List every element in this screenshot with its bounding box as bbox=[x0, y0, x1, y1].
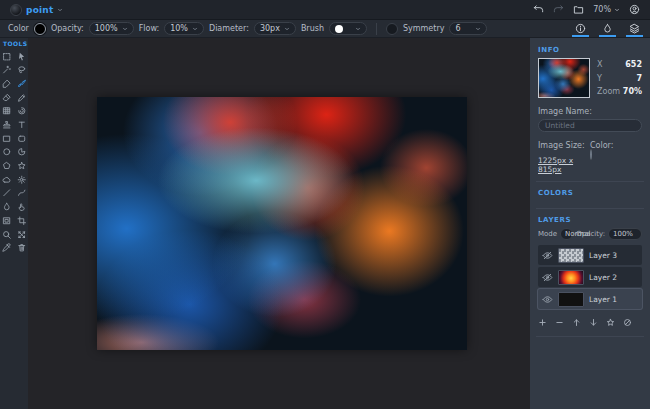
colors-panel-toggle[interactable] bbox=[600, 20, 615, 37]
move-layer-down-button[interactable] bbox=[589, 318, 598, 327]
info-panel-toggle[interactable] bbox=[573, 20, 588, 37]
image-name-input[interactable]: Untitled bbox=[538, 119, 642, 132]
layer-name: Layer 1 bbox=[589, 295, 617, 304]
lasso-tool[interactable] bbox=[16, 64, 28, 77]
magic-wand-tool[interactable] bbox=[1, 64, 13, 77]
layer-row-1[interactable]: Layer 1 bbox=[538, 289, 642, 309]
panel-divider bbox=[536, 208, 644, 209]
symmetry-preview-icon[interactable] bbox=[386, 23, 398, 35]
user-icon bbox=[629, 4, 640, 15]
layer-opacity-dropdown[interactable]: 100% bbox=[608, 228, 642, 240]
info-row-value: 70% bbox=[623, 87, 642, 96]
canvas-workarea[interactable] bbox=[28, 38, 530, 409]
star-icon bbox=[606, 318, 615, 327]
eyedropper-tool[interactable] bbox=[1, 242, 13, 255]
gear-icon bbox=[17, 175, 27, 185]
canvas-image[interactable] bbox=[97, 97, 467, 350]
frame-tool[interactable] bbox=[1, 214, 13, 227]
eraser-tool[interactable] bbox=[1, 91, 13, 104]
delete-tool[interactable] bbox=[16, 242, 28, 255]
layer-disable-button[interactable] bbox=[623, 318, 632, 327]
eye-off-icon[interactable] bbox=[542, 272, 553, 283]
pen-icon bbox=[2, 79, 12, 89]
favorite-layer-button[interactable] bbox=[606, 318, 615, 327]
zoom-tool[interactable] bbox=[1, 228, 13, 241]
redo-button[interactable] bbox=[553, 4, 564, 15]
stamp-icon bbox=[2, 120, 12, 130]
color-picker-circle[interactable] bbox=[590, 149, 592, 160]
heal-tool[interactable] bbox=[16, 105, 28, 118]
foreground-color-swatch[interactable] bbox=[34, 23, 46, 35]
colors-section-title[interactable]: COLORS bbox=[538, 189, 642, 197]
layer-row-3[interactable]: Layer 3 bbox=[538, 245, 642, 265]
smudge-tool[interactable] bbox=[16, 201, 28, 214]
minus-icon bbox=[555, 318, 564, 327]
app-logo-menu[interactable]: point bbox=[10, 4, 63, 16]
polygon-shape-tool[interactable] bbox=[1, 160, 13, 173]
zoom-dropdown[interactable]: 70% bbox=[593, 5, 620, 14]
pie-shape-tool[interactable] bbox=[16, 146, 28, 159]
color-label: Color bbox=[8, 24, 29, 33]
lasso-icon bbox=[17, 65, 27, 75]
info-stats: X 652 Y 7 Zoom 70% bbox=[597, 58, 642, 98]
cloud-icon bbox=[2, 175, 12, 185]
ellipse-shape-tool[interactable] bbox=[1, 146, 13, 159]
opacity-dropdown[interactable]: 100% bbox=[89, 22, 134, 35]
layers-panel-toggle[interactable] bbox=[627, 20, 642, 37]
blur-tool[interactable] bbox=[1, 201, 13, 214]
image-size-link[interactable]: 1225px x 815px bbox=[538, 156, 590, 174]
pen-tool[interactable] bbox=[1, 77, 13, 90]
flow-dropdown[interactable]: 10% bbox=[164, 22, 204, 35]
move-tool[interactable] bbox=[16, 50, 28, 63]
layer-thumbnail bbox=[558, 292, 584, 307]
star-shape-tool[interactable] bbox=[16, 160, 28, 173]
blend-mode-dropdown[interactable]: Normal bbox=[560, 228, 573, 240]
rounded-rectangle-shape-tool[interactable] bbox=[16, 132, 28, 145]
move-layer-up-button[interactable] bbox=[572, 318, 581, 327]
layers-section-title[interactable]: LAYERS bbox=[538, 216, 642, 224]
zoom-icon bbox=[2, 230, 12, 240]
undo-button[interactable] bbox=[533, 4, 544, 15]
cloud-shape-tool[interactable] bbox=[1, 173, 13, 186]
layer-opacity-label: Opacity: bbox=[576, 230, 605, 238]
mode-label: Mode bbox=[538, 230, 557, 238]
curve-tool[interactable] bbox=[16, 187, 28, 200]
arrow-up-icon bbox=[572, 318, 581, 327]
eye-icon[interactable] bbox=[542, 294, 553, 305]
info-thumbnail bbox=[538, 58, 590, 98]
symmetry-dropdown[interactable]: 6 bbox=[449, 22, 487, 35]
info-row-label: Y bbox=[597, 74, 602, 83]
eyedropper-icon bbox=[2, 243, 12, 253]
pencil-tool[interactable] bbox=[16, 91, 28, 104]
diameter-dropdown[interactable]: 30px bbox=[254, 22, 296, 35]
transform-tool[interactable] bbox=[16, 228, 28, 241]
image-size-label: Image Size: bbox=[538, 141, 590, 150]
app-logo-icon bbox=[10, 4, 22, 16]
line-tool[interactable] bbox=[1, 187, 13, 200]
frame-icon bbox=[2, 216, 12, 226]
gear-shape-tool[interactable] bbox=[16, 173, 28, 186]
text-tool[interactable] bbox=[16, 118, 28, 131]
brush-preset-dropdown[interactable] bbox=[329, 22, 367, 35]
eye-off-icon[interactable] bbox=[542, 250, 553, 261]
layer-name: Layer 2 bbox=[589, 273, 617, 282]
add-layer-button[interactable] bbox=[538, 318, 547, 327]
rectangle-shape-tool[interactable] bbox=[1, 132, 13, 145]
info-icon bbox=[575, 23, 586, 34]
mosaic-tool[interactable] bbox=[1, 105, 13, 118]
marquee-select-tool[interactable] bbox=[1, 50, 13, 63]
app-logo-text: point bbox=[26, 5, 53, 15]
brush-tool[interactable] bbox=[16, 77, 28, 90]
crop-tool[interactable] bbox=[16, 214, 28, 227]
open-file-button[interactable] bbox=[573, 4, 584, 15]
symmetry-value: 6 bbox=[455, 24, 460, 33]
layer-row-2[interactable]: Layer 2 bbox=[538, 267, 642, 287]
image-name-value: Untitled bbox=[545, 121, 575, 130]
panel-divider bbox=[536, 336, 644, 337]
info-row-label: X bbox=[597, 60, 602, 69]
account-button[interactable] bbox=[629, 4, 640, 15]
remove-layer-button[interactable] bbox=[555, 318, 564, 327]
pie-icon bbox=[17, 147, 27, 157]
clone-stamp-tool[interactable] bbox=[1, 118, 13, 131]
chevron-down-icon bbox=[122, 26, 128, 32]
